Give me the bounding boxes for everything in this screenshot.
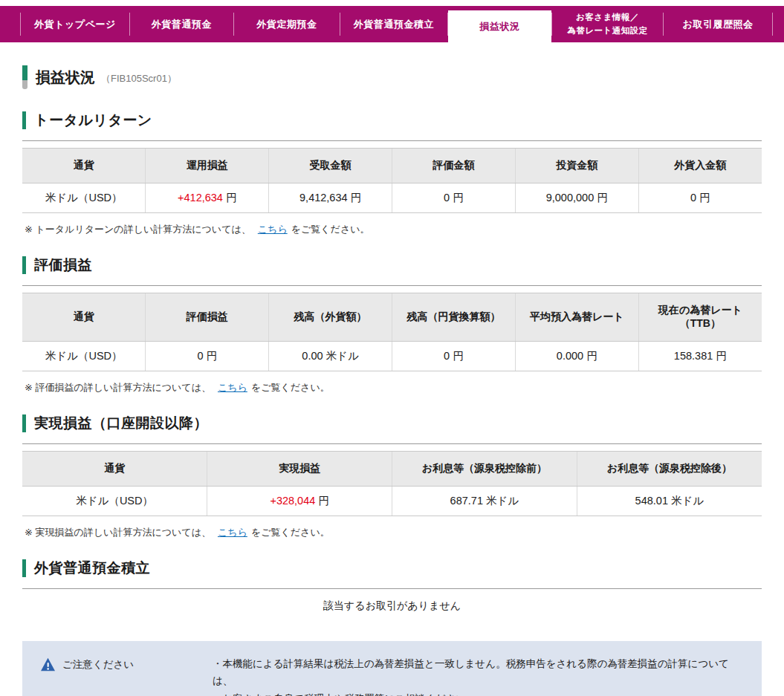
col-header-average-rate: 平均預入為替レート	[515, 293, 638, 342]
section-heading-label: 外貨普通預金積立	[34, 559, 150, 578]
tab-label: 外貨トップページ	[34, 18, 116, 31]
caution-item-line: ・本機能による計算結果は税法上の為替差損益と一致しません。税務申告をされる際の為…	[213, 655, 744, 690]
caution-item-line: お客さまご自身で税理士や税務署等にご相談ください。	[213, 690, 744, 696]
caution-body: ・本機能による計算結果は税法上の為替差損益と一致しません。税務申告をされる際の為…	[213, 655, 744, 696]
table-header-row: 通貨 実現損益 お利息等（源泉税控除前） お利息等（源泉税控除後）	[22, 452, 762, 487]
valuation-pl-note: ※ 評価損益の詳しい計算方法については、こちらをご覧ください。	[25, 381, 762, 394]
section-accent-bar	[22, 111, 26, 129]
col-header-currency: 通貨	[22, 293, 146, 342]
note-text: ※ 実現損益の詳しい計算方法については、	[25, 527, 211, 538]
col-header-interest-after-tax: お利息等（源泉税控除後）	[577, 452, 762, 487]
col-header-invested-amount: 投資金額	[515, 149, 638, 183]
col-header-valuation-amount: 評価金額	[392, 149, 515, 183]
tab-label: 損益状況	[480, 20, 520, 33]
col-header-fcy-deposit-amount: 外貨入金額	[638, 149, 762, 183]
cell-received-amount: 9,412,634 円	[269, 183, 392, 213]
col-header-interest-before-tax: お利息等（源泉税控除前）	[392, 452, 577, 487]
profit-value: +328,044	[270, 495, 315, 507]
profit-value: +412,634	[178, 192, 223, 204]
tab-fx-time-deposit[interactable]: 外貨定期預金	[234, 6, 340, 42]
total-return-note: ※ トータルリターンの詳しい計算方法については、こちらをご覧ください。	[25, 223, 762, 236]
caution-label-area: ご注意ください	[40, 655, 213, 696]
section-divider	[22, 140, 762, 141]
col-header-currency: 通貨	[22, 452, 207, 487]
section-heading-label: トータルリターン	[34, 111, 152, 130]
tab-label: 外貨普通預金	[152, 18, 212, 31]
unit-yen: 円	[318, 495, 329, 507]
note-text: をご覧ください。	[291, 224, 370, 235]
tab-label: お取引履歴照会	[683, 18, 754, 31]
col-header-balance-fcy: 残高（外貨額）	[269, 293, 392, 342]
col-header-operation-pl: 運用損益	[146, 149, 269, 183]
table-header-row: 通貨 運用損益 受取金額 評価金額 投資金額 外貨入金額	[22, 149, 762, 183]
realized-pl-table: 通貨 実現損益 お利息等（源泉税控除前） お利息等（源泉税控除後） 米ドル（US…	[22, 451, 762, 516]
cell-valuation-amount: 0 円	[392, 183, 515, 213]
title-accent-bar	[22, 65, 27, 89]
section-heading-realized-pl: 実現損益（口座開設以降）	[22, 414, 762, 433]
cell-interest-before-tax: 687.71 米ドル	[392, 487, 577, 516]
cell-invested-amount: 9,000,000 円	[515, 183, 638, 213]
tab-fx-accumulation-deposit[interactable]: 外貨普通預金積立	[340, 6, 447, 42]
kochira-link[interactable]: こちら	[258, 224, 288, 235]
note-text: をご覧ください。	[251, 382, 330, 393]
cell-balance-jpy: 0 円	[392, 342, 515, 371]
screen-id: （FIB105Scr01）	[101, 69, 177, 85]
cell-currency: 米ドル（USD）	[22, 487, 207, 516]
section-heading-label: 実現損益（口座開設以降）	[34, 414, 208, 433]
cell-current-rate-ttb: 158.381 円	[638, 342, 762, 371]
caution-label: ご注意ください	[62, 657, 134, 671]
tab-fx-top-page[interactable]: 外貨トップページ	[21, 6, 129, 42]
section-divider	[22, 285, 762, 286]
col-header-valuation-pl: 評価損益	[146, 293, 269, 342]
tab-profit-loss-status-active[interactable]: 損益状況	[448, 10, 551, 42]
tab-transaction-history[interactable]: お取引履歴照会	[664, 6, 772, 42]
cell-balance-fcy: 0.00 米ドル	[269, 342, 392, 371]
cell-valuation-pl: 0 円	[146, 342, 269, 371]
cell-average-rate: 0.000 円	[515, 342, 638, 371]
header-line1: 現在の為替レート	[658, 304, 742, 316]
section-heading-label: 評価損益	[34, 256, 92, 275]
section-accent-bar	[22, 256, 26, 274]
col-header-current-rate-ttb: 現在の為替レート（TTB）	[638, 293, 762, 342]
tab-label-line1: お客さま情報／	[576, 11, 639, 25]
cell-currency: 米ドル（USD）	[22, 342, 146, 371]
total-return-table: 通貨 運用損益 受取金額 評価金額 投資金額 外貨入金額 米ドル（USD） +4…	[22, 148, 762, 213]
page-title-row: 損益状況 （FIB105Scr01）	[22, 65, 762, 89]
warning-triangle-icon	[40, 657, 56, 671]
cell-realized-pl: +328,044円	[207, 487, 392, 516]
tab-label-line2: 為替レート通知設定	[567, 25, 648, 38]
col-header-currency: 通貨	[22, 149, 146, 183]
section-divider	[22, 443, 762, 444]
kochira-link[interactable]: こちら	[218, 382, 247, 393]
section-divider	[22, 588, 762, 589]
caution-box: ご注意ください ・本機能による計算結果は税法上の為替差損益と一致しません。税務申…	[22, 641, 762, 696]
col-header-balance-jpy: 残高（円貨換算額）	[392, 293, 515, 342]
tab-label: 外貨定期預金	[257, 18, 317, 31]
kochira-link[interactable]: こちら	[218, 527, 247, 538]
cell-interest-after-tax: 548.01 米ドル	[577, 487, 762, 516]
header-line2: （TTB）	[680, 317, 721, 329]
realized-pl-note: ※ 実現損益の詳しい計算方法については、こちらをご覧ください。	[25, 526, 762, 539]
cell-currency: 米ドル（USD）	[22, 183, 146, 213]
table-header-row: 通貨 評価損益 残高（外貨額） 残高（円貨換算額） 平均預入為替レート 現在の為…	[22, 293, 762, 342]
unit-yen: 円	[226, 192, 237, 204]
note-text: ※ トータルリターンの詳しい計算方法については、	[25, 224, 251, 235]
tab-fx-ordinary-deposit[interactable]: 外貨普通預金	[130, 6, 233, 42]
note-text: をご覧ください。	[251, 527, 330, 538]
tab-label: 外貨普通預金積立	[354, 18, 434, 31]
page-title: 損益状況	[36, 68, 95, 88]
section-accent-bar	[22, 414, 26, 432]
cell-fcy-deposit-amount: 0 円	[638, 183, 762, 213]
cell-operation-pl: +412,634円	[146, 183, 269, 213]
nav-filler	[773, 6, 784, 42]
valuation-pl-table: 通貨 評価損益 残高（外貨額） 残高（円貨換算額） 平均預入為替レート 現在の為…	[22, 293, 762, 371]
no-transactions-message: 該当するお取引がありません	[22, 599, 762, 613]
tab-customer-info-rate-notification[interactable]: お客さま情報／ 為替レート通知設定	[552, 6, 663, 42]
note-text: ※ 評価損益の詳しい計算方法については、	[25, 382, 211, 393]
section-accent-bar	[22, 559, 26, 577]
section-heading-valuation-pl: 評価損益	[22, 256, 762, 275]
table-row: 米ドル（USD） +412,634円 9,412,634 円 0 円 9,000…	[22, 183, 762, 213]
col-header-received-amount: 受取金額	[269, 149, 392, 183]
table-row: 米ドル（USD） 0 円 0.00 米ドル 0 円 0.000 円 158.38…	[22, 342, 762, 371]
table-row: 米ドル（USD） +328,044円 687.71 米ドル 548.01 米ドル	[22, 487, 762, 516]
